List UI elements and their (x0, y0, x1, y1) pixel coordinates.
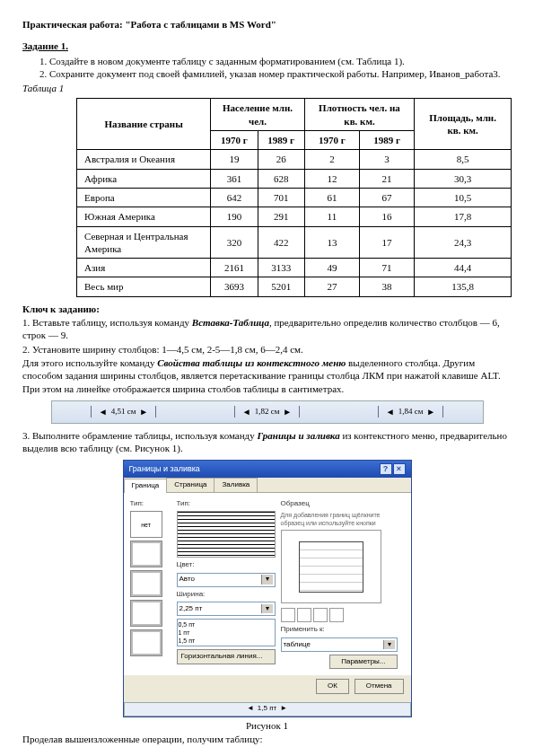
thumb-all[interactable] (130, 570, 162, 597)
tab-border[interactable]: Граница (124, 479, 168, 492)
preview-grid (299, 541, 363, 593)
cell: Весь мир (77, 277, 211, 296)
tab-fill[interactable]: Заливка (214, 478, 258, 491)
th-y1: 1970 г (211, 131, 258, 150)
width-select[interactable]: 2,25 пт▾ (177, 602, 276, 616)
cell: 26 (258, 150, 304, 169)
cell: 3 (359, 150, 414, 169)
arrow-left-icon: ◄ (386, 406, 395, 418)
chevron-down-icon: ▾ (383, 640, 395, 649)
preview-column: Образец Для добавления границ щёлкните о… (281, 499, 398, 669)
th-density: Плотность чел. на кв. км. (304, 99, 414, 131)
thumb-custom[interactable] (130, 629, 162, 656)
cancel-button[interactable]: Отмена (355, 679, 404, 693)
cell: 11 (304, 207, 359, 226)
th-y2: 1989 г (258, 131, 304, 150)
text: 1. Вставьте таблицу, используя команду (22, 317, 192, 328)
text: Для этого используйте команду (22, 357, 157, 368)
cell: 38 (359, 277, 414, 296)
th-pop: Население млн. чел. (211, 99, 304, 131)
cell: 16 (359, 207, 414, 226)
cell: Европа (77, 188, 211, 207)
style-column: Тип: Цвет: Авто▾ Ширина: 2,25 пт▾ 0,5 пт… (177, 499, 276, 669)
border-mid-icon[interactable] (297, 608, 311, 622)
ok-button[interactable]: ОК (316, 679, 349, 693)
cell: 320 (211, 226, 258, 259)
arrow-left-icon: ◄ (247, 704, 254, 713)
color-select[interactable]: Авто▾ (177, 573, 276, 587)
width-option[interactable]: 1,5 пт (179, 637, 274, 645)
dialog-title-text: Границы и заливка (129, 464, 200, 475)
cell: 24,3 (415, 226, 512, 259)
sample-hint: Для добавления границ щёлкните образец и… (281, 511, 398, 527)
ruler-segment: ◄4,51 см► (91, 406, 157, 418)
type-column: Тип: нет (130, 499, 171, 669)
text: 3. Выполните обрамление таблицы, использ… (22, 430, 257, 441)
cell: 3133 (258, 259, 304, 277)
table-label: Таблица 1 (22, 82, 512, 94)
preview-box[interactable] (281, 530, 381, 603)
thumb-none[interactable]: нет (130, 511, 162, 538)
hline-button[interactable]: Горизонтальная линия... (177, 649, 276, 664)
cell: 8,5 (415, 150, 512, 169)
key-p3: Для этого используйте команду Свойства т… (22, 356, 512, 395)
dialog-titlebar: Границы и заливка ?× (124, 461, 411, 478)
color-label: Цвет: (177, 560, 276, 569)
cell: 5201 (258, 277, 304, 296)
command-name: Вставка-Таблица (192, 317, 269, 328)
table-row: Северная и Центральная Америка3204221317… (77, 226, 512, 259)
border-top-icon[interactable] (281, 608, 295, 622)
cell: 49 (304, 259, 359, 277)
cell: Австралия и Океания (77, 150, 211, 169)
cell: 291 (258, 207, 304, 226)
th-country: Название страны (77, 99, 211, 150)
arrow-right-icon: ► (139, 406, 148, 418)
key-heading: Ключ к заданию: (22, 303, 512, 315)
table-row: Африка361628122130,3 (77, 169, 512, 188)
type-label: Тип: (130, 499, 171, 508)
border-bot-icon[interactable] (313, 608, 328, 622)
apply-select[interactable]: таблице▾ (281, 637, 398, 652)
thumb-grid[interactable] (130, 600, 162, 627)
line-style-list[interactable] (177, 511, 276, 558)
cell: 2 (304, 150, 359, 169)
width-label: Ширина: (177, 590, 276, 599)
cell: 361 (211, 169, 258, 188)
linetype-label: Тип: (177, 499, 276, 508)
help-icon[interactable]: ? (380, 463, 392, 475)
close-icon[interactable]: × (393, 463, 406, 475)
table-row: Южная Америка190291111617,8 (77, 207, 512, 226)
ruler-segment: ◄1,84 см► (378, 406, 444, 418)
cell: 628 (258, 169, 304, 188)
th-y2b: 1989 г (359, 131, 414, 150)
width-options[interactable]: 0,5 пт 1 пт 1,5 пт (177, 619, 276, 646)
table-row: Весь мир369352012738135,8 (77, 277, 512, 296)
th-y1b: 1970 г (304, 131, 359, 150)
arrow-right-icon: ► (283, 406, 292, 418)
cell: Азия (77, 259, 211, 277)
apply-value: таблице (284, 640, 311, 649)
tab-page[interactable]: Страница (166, 478, 214, 491)
border-diag-icon[interactable] (329, 608, 344, 622)
chevron-down-icon: ▾ (261, 604, 273, 613)
width-option[interactable]: 0,5 пт (179, 620, 274, 629)
ruler-value: 1,82 см (255, 407, 280, 418)
ruler-value: 4,51 см (111, 407, 136, 418)
arrow-left-icon: ◄ (99, 406, 108, 418)
cell: Северная и Центральная Америка (77, 226, 211, 259)
params-button[interactable]: Параметры... (329, 655, 397, 669)
width-option[interactable]: 1 пт (179, 629, 274, 637)
dialog-tabs: Граница Страница Заливка (124, 478, 411, 492)
window-buttons: ?× (379, 463, 406, 475)
task1-item: Создайте в новом документе таблицу с зад… (49, 55, 512, 67)
cell: 67 (359, 188, 414, 207)
data-table: Название страны Население млн. чел. Плот… (76, 98, 512, 296)
thumb-box[interactable] (130, 541, 162, 567)
cell: 19 (211, 150, 258, 169)
step3: 3. Выполните обрамление таблицы, использ… (22, 429, 512, 455)
cell: 27 (304, 277, 359, 296)
task1-heading: Задание 1. (22, 40, 512, 52)
key-p2: 2. Установите ширину столбцов: 1—4,5 см,… (22, 343, 512, 356)
cell: 21 (359, 169, 414, 188)
cell: 642 (211, 188, 258, 207)
